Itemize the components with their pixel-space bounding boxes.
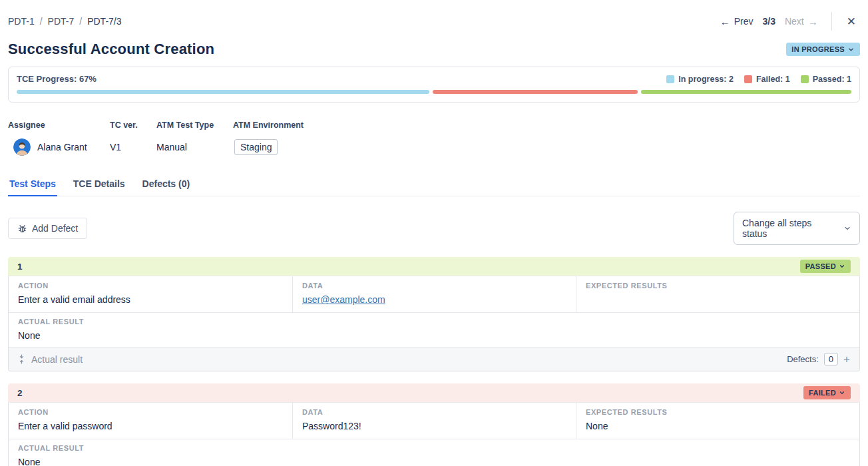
step-1-status-dropdown[interactable]: PASSED	[800, 260, 851, 273]
tab-defects[interactable]: Defects (0)	[141, 176, 192, 196]
action-value: Enter a valid email address	[18, 294, 283, 306]
pager-counter: 3/3	[762, 16, 775, 27]
step-status-label: PASSED	[805, 262, 836, 270]
step-number: 1	[17, 262, 23, 272]
execution-fields: Assignee Alana Grant TC ver. V1 ATM Test…	[8, 120, 860, 156]
step-pager: ← Prev 3/3 Next → ✕	[720, 12, 860, 31]
bug-icon	[17, 224, 27, 234]
actual-result-placeholder: Actual result	[31, 354, 83, 365]
title-row: Successful Account Creation IN PROGRESS	[8, 41, 860, 58]
actual-result-value: None	[18, 330, 850, 342]
breadcrumb-item-2[interactable]: PDT-7	[48, 16, 75, 27]
step-1-defects: Defects: 0 +	[787, 353, 850, 365]
breadcrumb-separator: /	[40, 16, 43, 27]
data-label: DATA	[302, 282, 566, 290]
page-title: Successful Account Creation	[8, 41, 214, 58]
action-value: Enter a valid password	[18, 421, 283, 432]
environment-label: ATM Environment	[233, 120, 304, 130]
step-1-actual-result: ACTUAL RESULT None	[9, 312, 859, 347]
defects-label: Defects:	[787, 354, 819, 364]
chevron-down-icon	[843, 224, 851, 232]
step-2-header: 2 FAILED	[8, 383, 860, 402]
next-label: Next	[785, 16, 804, 27]
step-2-expected-cell: EXPECTED RESULTS None	[576, 403, 859, 439]
tab-bar: Test Steps TCE Details Defects (0)	[8, 176, 860, 196]
environment-chip: Staging	[234, 139, 278, 155]
tc-ver-label: TC ver.	[110, 120, 156, 130]
step-1-actual-result-input[interactable]: Actual result	[18, 354, 787, 365]
tab-test-steps[interactable]: Test Steps	[8, 176, 57, 196]
tc-ver-value: V1	[110, 138, 156, 156]
data-value: Password123!	[302, 421, 566, 432]
legend-in-progress-label: In progress: 2	[678, 75, 734, 84]
legend-in-progress: In progress: 2	[666, 75, 734, 84]
field-tc-ver: TC ver. V1	[110, 120, 156, 156]
data-link[interactable]: user@example.com	[302, 294, 385, 305]
left-arrow-icon: ←	[720, 16, 730, 27]
actual-result-label: ACTUAL RESULT	[18, 318, 850, 326]
prev-button[interactable]: ← Prev	[720, 16, 754, 27]
legend-passed-label: Passed: 1	[813, 75, 851, 84]
test-type-label: ATM Test Type	[156, 120, 233, 130]
in-progress-swatch-icon	[666, 75, 674, 83]
chevron-down-icon	[839, 389, 845, 396]
test-step-card-1: 1 PASSED ACTION Enter a valid email addr…	[8, 257, 860, 371]
step-1-footer: Actual result Defects: 0 +	[9, 347, 859, 371]
chevron-down-icon	[847, 46, 855, 53]
breadcrumb: PDT-1 / PDT-7 / PDT-7/3	[8, 16, 122, 27]
collapse-icon	[18, 354, 25, 364]
expected-results-value: None	[586, 421, 850, 432]
breadcrumb-item-1[interactable]: PDT-1	[8, 16, 35, 27]
right-arrow-icon: →	[808, 16, 818, 27]
test-execution-page: PDT-1 / PDT-7 / PDT-7/3 ← Prev 3/3 Next …	[0, 0, 868, 466]
next-button[interactable]: Next →	[785, 16, 818, 27]
progress-legend: In progress: 2 Failed: 1 Passed: 1	[666, 75, 851, 84]
field-assignee: Assignee Alana Grant	[8, 120, 110, 156]
legend-passed: Passed: 1	[801, 75, 851, 84]
assignee-name: Alana Grant	[37, 142, 87, 152]
legend-failed-label: Failed: 1	[756, 75, 790, 84]
action-label: ACTION	[18, 282, 283, 290]
tce-progress-card: TCE Progress: 67% In progress: 2 Failed:…	[8, 67, 860, 103]
test-step-card-2: 2 FAILED ACTION Enter a valid password D…	[8, 383, 860, 466]
step-1-data-cell: DATA user@example.com	[292, 276, 576, 312]
step-1-expected-cell: EXPECTED RESULTS	[576, 276, 859, 312]
assignee-label: Assignee	[8, 120, 110, 130]
chevron-down-icon	[839, 263, 845, 270]
progress-segment-failed	[433, 90, 638, 94]
expected-results-label: EXPECTED RESULTS	[586, 408, 850, 416]
expected-results-label: EXPECTED RESULTS	[586, 282, 850, 290]
progress-segment-in-progress	[17, 90, 429, 94]
legend-failed: Failed: 1	[744, 75, 790, 84]
add-defect-label: Add Defect	[32, 223, 78, 234]
field-test-type: ATM Test Type Manual	[156, 120, 233, 156]
step-1-action-cell: ACTION Enter a valid email address	[9, 276, 292, 312]
add-defect-plus-icon[interactable]: +	[843, 353, 850, 365]
step-2-data-cell: DATA Password123!	[292, 403, 576, 439]
step-2-actual-result: ACTUAL RESULT None	[9, 439, 859, 466]
breadcrumb-separator: /	[79, 16, 82, 27]
add-defect-button[interactable]: Add Defect	[8, 218, 87, 239]
tab-tce-details[interactable]: TCE Details	[72, 176, 126, 196]
tce-progress-bar	[17, 90, 851, 94]
tce-status-dropdown[interactable]: IN PROGRESS	[786, 43, 860, 56]
field-environment: ATM Environment Staging	[233, 120, 304, 156]
tce-status-label: IN PROGRESS	[791, 45, 845, 53]
tce-progress-label: TCE Progress: 67%	[17, 74, 97, 84]
step-number: 2	[17, 388, 23, 398]
divider	[831, 12, 832, 31]
top-bar: PDT-1 / PDT-7 / PDT-7/3 ← Prev 3/3 Next …	[8, 12, 860, 31]
action-label: ACTION	[18, 408, 283, 416]
step-status-label: FAILED	[809, 389, 836, 397]
step-2-status-dropdown[interactable]: FAILED	[803, 386, 851, 399]
prev-label: Prev	[734, 16, 754, 27]
step-1-header: 1 PASSED	[8, 257, 860, 276]
close-icon[interactable]: ✕	[843, 13, 860, 30]
actual-result-label: ACTUAL RESULT	[18, 444, 850, 452]
avatar	[13, 138, 31, 156]
passed-swatch-icon	[801, 75, 809, 83]
steps-toolbar: Add Defect Change all steps status	[8, 212, 860, 245]
test-type-value: Manual	[156, 138, 233, 156]
change-all-steps-status-select[interactable]: Change all steps status	[734, 212, 860, 245]
step-2-action-cell: ACTION Enter a valid password	[9, 403, 292, 439]
